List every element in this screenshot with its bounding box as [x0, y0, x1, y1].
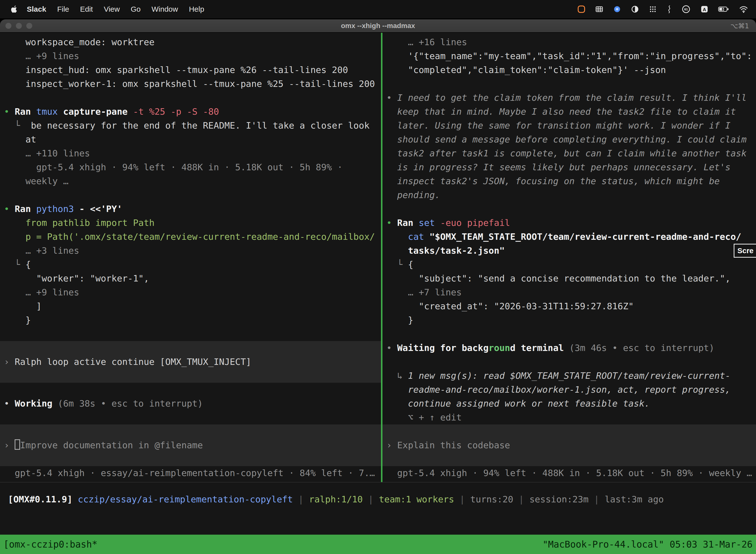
terminal-line [382, 355, 756, 369]
zoom-button[interactable] [26, 23, 32, 29]
terminal-line: task2 after task1 is complete, but can I… [382, 147, 756, 160]
terminal-line: • Waiting for background terminal (3m 46… [382, 341, 756, 355]
terminal-line: … +9 lines [0, 285, 381, 299]
menu-item-file[interactable]: File [57, 5, 69, 13]
menu-item-edit[interactable]: Edit [80, 5, 93, 13]
terminal-line: p = Path('.omx/state/team/review-current… [0, 230, 381, 244]
terminal-line: is in progress? It seems likely but perh… [382, 160, 756, 174]
terminal-line [0, 327, 381, 341]
terminal-line: "created_at": "2026-03-31T11:59:27.816Z" [382, 299, 756, 313]
terminal-window: omx --xhigh --madmax ⌥⌘1 workspace_mode:… [0, 19, 756, 554]
menu-item-window[interactable]: Window [151, 5, 178, 13]
terminal-line: └ { [0, 258, 381, 272]
terminal-line [382, 77, 756, 91]
close-button[interactable] [5, 23, 11, 29]
menu-status-icons: 61A [577, 4, 749, 14]
terminal-line: … +9 lines [0, 49, 381, 63]
terminal-line: … +7 lines [382, 285, 756, 299]
right-terminal-pane[interactable]: … +16 lines '{"team_name":"my-team","tas… [382, 33, 756, 482]
menu-item-go[interactable]: Go [131, 5, 141, 13]
terminal-line [0, 410, 381, 425]
terminal-line [382, 452, 756, 466]
terminal-line: "worker": "worker-1", [0, 272, 381, 285]
menu-items: SlackFileEditViewGoWindowHelp [27, 5, 204, 13]
traffic-lights [0, 23, 32, 29]
tmux-panes: workspace_mode: worktree … +9 lines insp… [0, 33, 756, 483]
omx-status-line: [OMX#0.11.9] cczip/essay/ai-reimplementa… [0, 492, 756, 506]
dots-grid-icon[interactable] [648, 5, 657, 14]
terminal-line: '{"team_name":"my-team","task_id":"1","f… [382, 49, 756, 63]
terminal-line: inspect task2's JSON, focusing on the st… [382, 174, 756, 188]
terminal-line: "completed","claim_token":"claim-token"}… [382, 63, 756, 77]
terminal-line: … +110 lines [0, 147, 381, 160]
squiggle-icon[interactable] [666, 5, 672, 14]
apple-icon [11, 5, 18, 13]
terminal-line [382, 327, 756, 341]
terminal-line: readme-and-reco/mailbox/worker-1.json, a… [382, 383, 756, 397]
terminal-line: inspect_worker-1: omx sparkshell --tmux-… [0, 77, 381, 91]
input-source-a-icon[interactable]: A [700, 5, 709, 14]
menu-item-help[interactable]: Help [189, 5, 204, 13]
screen: { "menu_bar": { "items": ["Slack", "File… [0, 0, 756, 554]
menu-item-view[interactable]: View [104, 5, 120, 13]
terminal-line: keep that in mind. Maybe I also need the… [382, 105, 756, 119]
terminal-line: tasks/task-2.json" [382, 244, 756, 258]
terminal-line: inspect_hud: omx sparkshell --tmux-pane … [0, 63, 381, 77]
prompt-input-line[interactable]: › Explain this codebase [382, 438, 756, 452]
terminal-line [382, 425, 756, 438]
terminal-line: ⌥ + ↑ edit [382, 410, 756, 425]
terminal-line [0, 91, 381, 105]
terminal-line: workspace_mode: worktree [0, 35, 381, 49]
terminal-line: └ be necessary for the end of the README… [0, 119, 381, 132]
terminal-line: • Working (6m 38s • esc to interrupt) [0, 397, 381, 410]
terminal-line: gpt-5.4 xhigh · 94% left · 488K in · 5.1… [382, 466, 756, 480]
tmux-session-name: [omx-cczip0:bash* [3, 539, 98, 550]
terminal-line: [OMX#0.11.9] cczip/essay/ai-reimplementa… [4, 492, 756, 506]
window-shortcut-badge: ⌥⌘1 [731, 22, 756, 30]
terminal-line: } [0, 313, 381, 327]
terminal-line: … +16 lines [382, 35, 756, 49]
terminal-line: weekly … [0, 174, 381, 188]
terminal-line: gpt-5.4 xhigh · 94% left · 488K in · 5.1… [0, 160, 381, 174]
terminal-line: › Ralph loop active continue [OMX_TMUX_I… [0, 355, 381, 369]
tmux-status-bar: [omx-cczip0:bash* "MacBook-Pro-44.local"… [0, 535, 756, 554]
terminal-line: } [382, 313, 756, 327]
terminal-line: should send a message before completing … [382, 132, 756, 147]
terminal-line: • I need to get the claim token from the… [382, 91, 756, 105]
terminal-line: "subject": "send a concise recommendatio… [382, 272, 756, 285]
terminal-line: from pathlib import Path [0, 216, 381, 230]
prompt-input-line[interactable]: › Improve documentation in @filename [0, 438, 381, 452]
terminal-line: cat "$OMX_TEAM_STATE_ROOT/team/review-cu… [382, 230, 756, 244]
grid-icon[interactable] [595, 5, 604, 14]
terminal-line [0, 425, 381, 438]
apple-menu[interactable] [11, 5, 18, 13]
screen-capture-tooltip: Scre [734, 244, 756, 258]
terminal-line [0, 452, 381, 466]
wifi-icon[interactable] [739, 5, 749, 14]
battery-ring-61-icon[interactable]: 61 [681, 4, 691, 14]
svg-text:A: A [703, 7, 706, 12]
terminal-line: … +3 lines [0, 244, 381, 258]
tmux-host-time: "MacBook-Pro-44.local" 05:03 31-Mar-26 [543, 539, 753, 550]
terminal-line: ] [0, 299, 381, 313]
terminal-line [382, 202, 756, 216]
terminal-line [0, 341, 381, 355]
menu-bar: SlackFileEditViewGoWindowHelp 61A [0, 0, 756, 18]
window-title: omx --xhigh --madmax [341, 22, 415, 30]
left-terminal-pane[interactable]: workspace_mode: worktree … +9 lines insp… [0, 33, 381, 482]
terminal-line [0, 369, 381, 383]
contrast-circle-icon[interactable] [630, 5, 639, 14]
terminal-line: • Ran python3 - <<'PY' [0, 202, 381, 216]
minimize-button[interactable] [16, 23, 22, 29]
app-blue-icon[interactable] [613, 5, 622, 14]
battery-charging-icon[interactable] [718, 5, 730, 14]
terminal-line: continue assigned work or next feasible … [382, 397, 756, 410]
terminal-line: └ { [382, 258, 756, 272]
svg-text:61: 61 [684, 7, 688, 11]
terminal-line: • Ran tmux capture-pane -t %25 -p -S -80 [0, 105, 381, 119]
window-titlebar[interactable]: omx --xhigh --madmax ⌥⌘1 [0, 19, 756, 33]
screen-record-indicator[interactable] [577, 5, 586, 14]
terminal-line: pending. [382, 188, 756, 202]
terminal-line [0, 188, 381, 202]
menu-item-slack[interactable]: Slack [27, 5, 46, 13]
